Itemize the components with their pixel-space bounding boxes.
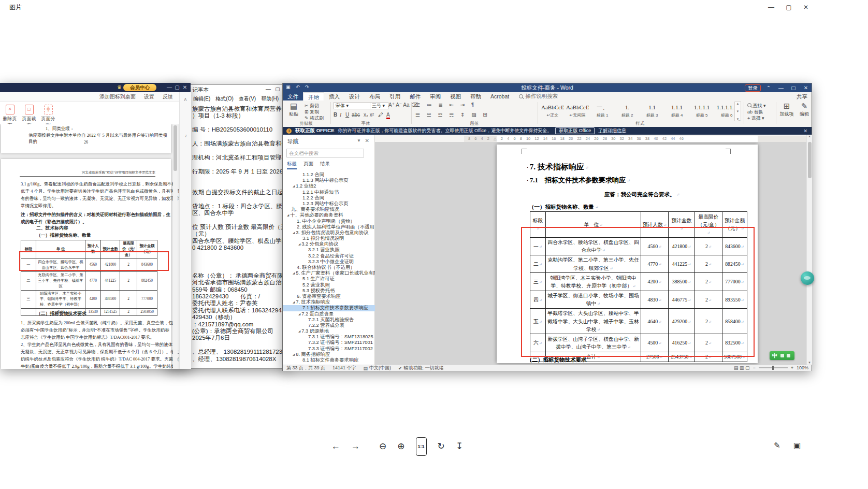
document-search-input[interactable] xyxy=(286,149,364,157)
nav-item[interactable]: ◢十、其他必要的商务资料 xyxy=(283,212,375,218)
nav-item[interactable]: 6. 资格审查要求响应 xyxy=(283,294,375,299)
notepad-menu-edit[interactable]: 编辑(E) xyxy=(193,95,210,103)
ribbon-tab-视图[interactable]: 视图 xyxy=(445,92,466,100)
pdf-document-area[interactable]: 1、同类业绩： 供应商投标文件中附本单位自 2022 年 5 月以来与最终用户签… xyxy=(0,124,179,369)
nav-item[interactable]: 5.3 授权委托书 xyxy=(283,288,375,294)
photos-minimize-button[interactable]: — xyxy=(763,2,779,12)
feedback-link[interactable]: 反馈 xyxy=(163,93,173,100)
nav-item[interactable]: 7.2.1 灭菌乳检验报告 xyxy=(283,317,375,323)
nav-item[interactable]: ◢7.3 奶源基地 xyxy=(283,328,375,334)
nav-item[interactable]: 3.2.2 食品经营许可证 xyxy=(283,253,375,259)
nav-item[interactable]: 1.2.3 网站中标公示页 xyxy=(283,201,375,207)
expand-triangle-icon[interactable]: ◢ xyxy=(298,241,300,247)
nav-search-icon[interactable] xyxy=(276,154,280,158)
tell-me-search[interactable]: 操作说明搜索 xyxy=(514,92,558,100)
nav-close-icon[interactable]: ✕ xyxy=(365,138,369,143)
nav-item[interactable]: ◢3. 拟分包情况说明及分包意向协议 xyxy=(283,230,375,236)
add-desktop-icon-link[interactable]: 添加图标到桌面 xyxy=(99,93,136,100)
ime-tool-icon[interactable] xyxy=(780,354,784,357)
nav-item[interactable]: 1.2.1 中标通知书 xyxy=(283,190,375,195)
scroll-down-icon[interactable]: ▼ xyxy=(807,361,812,364)
language-indicator[interactable]: ▤中文(中国) xyxy=(364,365,392,371)
zoom-slider[interactable] xyxy=(759,367,788,368)
nav-item[interactable]: 7.3.2 证书编号：SMF2117001 xyxy=(283,340,375,346)
expand-triangle-icon[interactable]: ◢ xyxy=(293,299,295,305)
ribbon-tab-帮助[interactable]: 帮助 xyxy=(466,92,486,100)
nav-item[interactable]: 8.1 招标文件商务要求响应 xyxy=(283,357,375,363)
word-scrollbar-thumb[interactable] xyxy=(808,142,812,178)
subscript-superscript-icons[interactable]: x₂ x² xyxy=(364,112,374,118)
align-icons[interactable]: ☰ ☱ ☲ ☴ ⇕ ▨ ⊞ xyxy=(415,112,490,118)
ribbon-tab-Acrobat[interactable]: Acrobat xyxy=(486,92,514,100)
notepad-maximize-button[interactable]: ▢ xyxy=(274,86,281,92)
nav-tab-results[interactable]: 结果 xyxy=(320,161,330,169)
expand-triangle-icon[interactable]: ◢ xyxy=(298,311,300,317)
ime-language-pill[interactable]: 中 xyxy=(770,351,794,360)
style-item[interactable]: 1.1.1.1标题 5 xyxy=(690,102,714,120)
get-genuine-office-button[interactable]: 获取正版 Office xyxy=(555,127,595,134)
word-minimize-button[interactable]: — xyxy=(775,83,787,92)
sign-in-button[interactable]: 登录 xyxy=(745,84,761,92)
zoom-percentage[interactable]: 100% xyxy=(797,365,808,370)
ribbon-tab-文件[interactable]: 文件 xyxy=(283,92,303,100)
nav-tab-headings[interactable]: 标题 xyxy=(287,161,297,169)
font-tools-icons[interactable]: A⁺ A⁻ Aa ⌫ xyxy=(388,102,418,108)
pdf-maximize-button[interactable]: ▢ xyxy=(173,83,181,92)
previous-image-icon[interactable]: ← xyxy=(331,439,340,454)
photos-maximize-button[interactable]: ▢ xyxy=(781,2,797,12)
collapse-panel-icon[interactable]: ∧ xyxy=(180,96,191,102)
pdf-scrollbar[interactable] xyxy=(173,124,178,369)
word-count[interactable]: 14141 个字 xyxy=(332,365,356,371)
nav-item[interactable]: 3.2.1 营业执照 xyxy=(283,247,375,253)
accessibility-status[interactable]: ✔辅助功能: 一切就绪 xyxy=(398,365,444,371)
nav-item[interactable]: ◢7.2 蛋白质含量 xyxy=(283,311,375,317)
paste-button[interactable]: ▤ 粘贴 xyxy=(285,102,302,118)
ribbon-tab-开始[interactable]: 开始 xyxy=(303,92,324,100)
expand-triangle-icon[interactable]: ◢ xyxy=(293,352,295,357)
scroll-up-icon[interactable]: ▲ xyxy=(807,135,812,138)
ribbon-tab-插入[interactable]: 插入 xyxy=(324,92,344,100)
word-titlebar[interactable]: ▣ ↶ ↷ 投标文件-商务 - Word 登录 ⌃ — ▢ ✕ xyxy=(283,83,812,92)
save-image-icon[interactable]: ↧ xyxy=(456,439,463,454)
pdf-titlebar[interactable]: ♛ 会员中心 — ▢ ✕ xyxy=(0,83,191,92)
split-view-icon[interactable]: ~ xyxy=(183,131,189,142)
floating-assistant-bubble[interactable] xyxy=(801,271,814,285)
nav-item[interactable]: 3.1 拟分包情况说明 xyxy=(283,236,375,241)
nav-item[interactable]: 7.2.2 营养成分表 xyxy=(283,323,375,328)
underline-button[interactable]: U xyxy=(345,112,349,118)
word-scrollbar[interactable]: ▲ ▼ xyxy=(806,135,812,365)
zoom-slider-knob[interactable] xyxy=(772,366,774,370)
ribbon-tab-设计[interactable]: 设计 xyxy=(344,92,365,100)
zoom-in-icon[interactable]: ⊕ xyxy=(397,439,404,454)
nav-tab-pages[interactable]: 页面 xyxy=(303,161,313,169)
nav-item[interactable]: 5.1 生产许可证 xyxy=(283,276,375,282)
horizontal-ruler[interactable]: 8 6 4 2 △ 2 4 6 8 10 12 14 16 18 20 22 2… xyxy=(464,136,806,142)
style-item[interactable]: 1.1标题 3 xyxy=(640,102,664,120)
expand-triangle-icon[interactable]: ◢ xyxy=(293,183,295,189)
word-maximize-button[interactable]: ▢ xyxy=(788,83,799,92)
nav-item[interactable]: 1.1.2 合同 xyxy=(283,172,375,178)
notepad-menu-view[interactable]: 查看(V) xyxy=(239,95,256,103)
learn-more-link[interactable]: 了解详细信息 xyxy=(598,127,626,134)
nav-item[interactable]: ◢7. 技术指标响应 xyxy=(283,299,375,305)
expand-triangle-icon[interactable]: ◢ xyxy=(298,328,300,334)
font-size-select[interactable]: 三号 ▾ xyxy=(370,102,388,109)
nav-item[interactable]: ◢5. 生产厂家资料（张家口长城乳业有限公司） xyxy=(283,270,375,276)
pdf-scrollbar-thumb[interactable] xyxy=(173,125,177,171)
share-button[interactable]: 共享 xyxy=(797,92,807,100)
nav-item[interactable]: 九、商务要求响应情况 xyxy=(283,207,375,212)
view-switcher-icons[interactable]: ▤ ▥ ▢ xyxy=(734,365,750,370)
word-document-area[interactable]: 7. 技术指标响应 7.1 招标文件技术参数要求响应 应答：我公司完全符合要求。… xyxy=(375,142,806,365)
ribbon-tab-审阅[interactable]: 审阅 xyxy=(425,92,445,100)
ime-chinese-indicator[interactable]: 中 xyxy=(772,352,778,359)
text-highlight-icon[interactable]: 🖍 xyxy=(378,112,383,118)
nav-item[interactable]: ◢1.2 业绩2 xyxy=(283,183,375,189)
next-image-icon[interactable]: → xyxy=(351,439,360,454)
style-item[interactable]: 1.1.1.1.1标题 6 xyxy=(715,102,733,120)
ribbon-tab-邮件[interactable]: 邮件 xyxy=(405,92,425,100)
nav-item[interactable]: 3.2.3 中小微企业证明 xyxy=(283,259,375,265)
select-button[interactable]: ⌖ 选择 ▾ xyxy=(747,115,764,122)
nav-item[interactable]: 5.2 营业执照 xyxy=(283,282,375,288)
nav-item[interactable]: 1.2.2 合同 xyxy=(283,195,375,201)
pdf-close-button[interactable]: ✕ xyxy=(181,83,189,92)
